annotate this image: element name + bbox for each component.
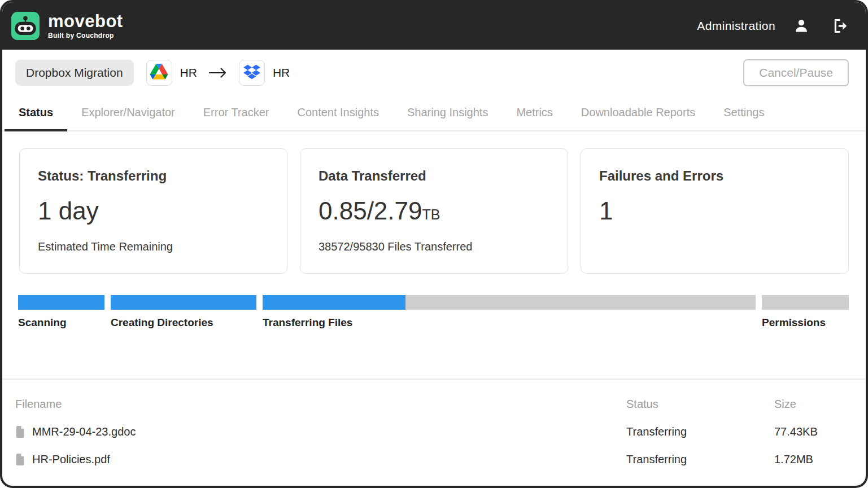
tab-status[interactable]: Status bbox=[5, 98, 67, 131]
column-header-status: Status bbox=[626, 398, 774, 411]
failures-errors-title: Failures and Errors bbox=[599, 168, 830, 184]
brand-tagline: Built by Couchdrop bbox=[48, 32, 123, 39]
column-header-size: Size bbox=[774, 398, 849, 411]
table-row-size: 1.72MB bbox=[774, 453, 849, 466]
table-row-size: 77.43KB bbox=[774, 425, 849, 438]
creating-directories-label: Creating Directories bbox=[111, 316, 256, 329]
transferring-files-progress-bar bbox=[263, 295, 756, 310]
creating-directories-progress-bar bbox=[111, 295, 256, 310]
logout-icon[interactable] bbox=[832, 18, 849, 34]
destination-folder-label: HR bbox=[273, 66, 290, 80]
phase-progress: Scanning Creating Directories Transferri… bbox=[2, 274, 866, 329]
table-row-status: Transferring bbox=[626, 425, 774, 438]
permissions-progress-bar bbox=[762, 295, 849, 310]
tab-bar: Status Explorer/Navigator Error Tracker … bbox=[2, 98, 866, 131]
file-icon bbox=[15, 426, 25, 438]
tab-settings[interactable]: Settings bbox=[709, 98, 778, 131]
source-provider-tile bbox=[146, 60, 172, 86]
permissions-label: Permissions bbox=[762, 316, 849, 329]
status-card-value: 1 day bbox=[38, 197, 269, 225]
source-folder-label: HR bbox=[180, 66, 197, 80]
table-row-status: Transferring bbox=[626, 453, 774, 466]
data-transferred-card: Data Transferred 0.85/2.79TB 38572/95830… bbox=[300, 148, 568, 274]
tab-sharing-insights[interactable]: Sharing Insights bbox=[393, 98, 502, 131]
data-transferred-value: 0.85/2.79TB bbox=[319, 197, 549, 225]
table-row-filename: HR-Policies.pdf bbox=[15, 453, 626, 466]
migration-name-chip: Dropbox Migration bbox=[15, 60, 134, 86]
top-bar: movebot Built by Couchdrop Administratio… bbox=[2, 2, 866, 50]
movebot-logo-icon bbox=[11, 12, 40, 40]
table-row-filename: MMR-29-04-23.gdoc bbox=[15, 425, 626, 438]
app-window: movebot Built by Couchdrop Administratio… bbox=[0, 0, 868, 488]
phase-scanning: Scanning bbox=[18, 295, 104, 329]
tab-downloadable-reports[interactable]: Downloadable Reports bbox=[567, 98, 709, 131]
phase-transferring-files: Transferring Files bbox=[263, 295, 756, 329]
administration-link[interactable]: Administration bbox=[697, 19, 775, 33]
phase-creating-directories: Creating Directories bbox=[111, 295, 256, 329]
dropbox-icon bbox=[243, 64, 260, 82]
cancel-pause-button[interactable]: Cancel/Pause bbox=[743, 59, 849, 86]
phase-permissions: Permissions bbox=[762, 295, 849, 329]
status-card: Status: Transferring 1 day Estimated Tim… bbox=[19, 148, 287, 274]
scanning-progress-bar bbox=[18, 295, 104, 310]
migration-route: HR HR bbox=[146, 60, 302, 86]
brand[interactable]: movebot Built by Couchdrop bbox=[11, 12, 123, 40]
status-card-subtitle: Estimated Time Remaining bbox=[38, 240, 269, 253]
brand-name: movebot bbox=[48, 12, 123, 30]
tab-metrics[interactable]: Metrics bbox=[502, 98, 566, 131]
tab-explorer-navigator[interactable]: Explorer/Navigator bbox=[67, 98, 189, 131]
files-transferred-subtitle: 38572/95830 Files Transferred bbox=[319, 240, 549, 253]
user-icon[interactable] bbox=[793, 18, 809, 34]
right-arrow-icon bbox=[208, 66, 228, 80]
file-table: Filename Status Size MMR-29-04-23.gdoc T… bbox=[2, 380, 866, 466]
stat-cards: Status: Transferring 1 day Estimated Tim… bbox=[2, 131, 866, 274]
migration-toolbar: Dropbox Migration HR bbox=[2, 50, 866, 96]
tab-error-tracker[interactable]: Error Tracker bbox=[189, 98, 283, 131]
scanning-label: Scanning bbox=[18, 316, 104, 329]
status-card-title: Status: Transferring bbox=[38, 168, 269, 184]
destination-provider-tile bbox=[239, 60, 265, 86]
failures-errors-value: 1 bbox=[599, 197, 830, 225]
column-header-filename: Filename bbox=[15, 398, 626, 411]
google-drive-icon bbox=[150, 64, 168, 82]
failures-errors-card: Failures and Errors 1 bbox=[581, 148, 849, 274]
data-transferred-title: Data Transferred bbox=[319, 168, 549, 184]
tab-content-insights[interactable]: Content Insights bbox=[283, 98, 393, 131]
file-icon bbox=[15, 454, 25, 465]
transferring-files-label: Transferring Files bbox=[263, 316, 756, 329]
